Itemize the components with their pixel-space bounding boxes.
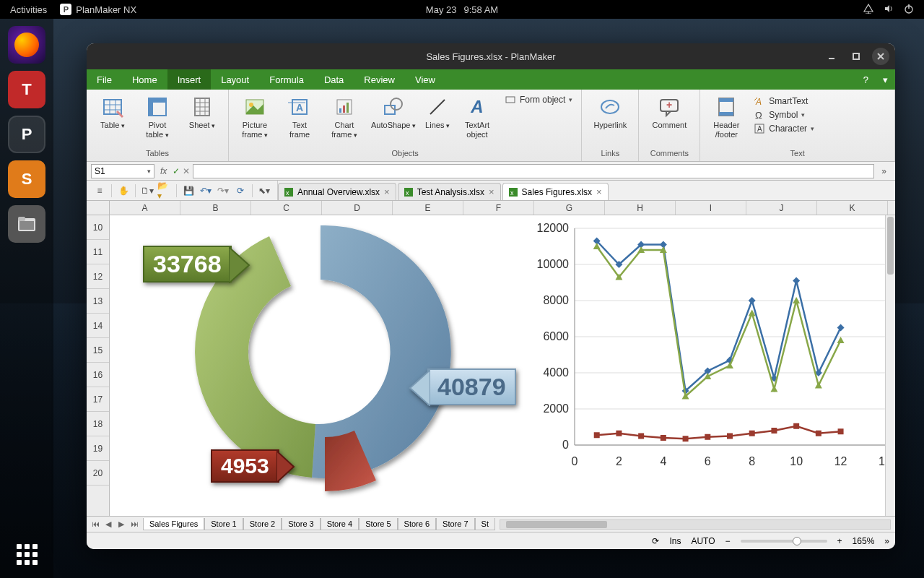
col-header-J[interactable]: J xyxy=(746,201,817,215)
col-header-H[interactable]: H xyxy=(605,201,676,215)
dock-show-apps[interactable] xyxy=(0,544,53,565)
close-button[interactable] xyxy=(872,48,889,65)
menu-file[interactable]: File xyxy=(87,69,122,90)
menu-insert[interactable]: Insert xyxy=(167,69,212,90)
text-frame-button[interactable]: A Text frame xyxy=(278,92,321,148)
row-header[interactable]: 20 xyxy=(87,461,109,486)
dock-firefox[interactable] xyxy=(8,26,45,64)
col-header-I[interactable]: I xyxy=(676,201,746,215)
donut-chart[interactable]: 33768 40879 4953 xyxy=(147,211,465,500)
close-tab-icon[interactable]: × xyxy=(384,186,390,197)
dock-presentations[interactable]: S xyxy=(8,160,45,198)
row-header[interactable]: 14 xyxy=(87,314,109,338)
sheet-nav-last[interactable]: ⏭ xyxy=(128,519,140,529)
menu-layout[interactable]: Layout xyxy=(211,69,259,90)
fx-icon[interactable]: fx xyxy=(157,166,170,176)
calc-mode[interactable]: AUTO xyxy=(691,536,715,546)
sheet-nav-prev[interactable]: ◀ xyxy=(103,519,114,529)
col-header-F[interactable]: F xyxy=(463,201,534,215)
row-header[interactable]: 18 xyxy=(87,412,109,436)
sheet-tab-store6[interactable]: Store 6 xyxy=(398,518,436,530)
col-header-K[interactable]: K xyxy=(817,201,888,215)
accept-icon[interactable]: ✓ xyxy=(173,166,180,176)
insert-pivot-button[interactable]: Pivot table xyxy=(136,92,179,148)
row-header[interactable]: 13 xyxy=(87,289,109,314)
network-icon[interactable] xyxy=(863,4,873,16)
doc-tab-sales-figures[interactable]: x Sales Figures.xlsx × xyxy=(502,183,609,200)
menu-view[interactable]: View xyxy=(405,69,445,90)
dock-files[interactable] xyxy=(8,205,45,243)
chart-frame-button[interactable]: Chart frame xyxy=(323,92,366,148)
sheet-tab-store7[interactable]: Store 7 xyxy=(436,518,474,530)
textart-button[interactable]: A TextArt object xyxy=(456,92,499,148)
form-object-button[interactable]: Form object xyxy=(505,94,572,105)
sheet-tab-sales-figures[interactable]: Sales Figures xyxy=(143,518,204,530)
hyperlink-button[interactable]: Hyperlink xyxy=(586,92,634,148)
redo-icon[interactable]: ↷▾ xyxy=(216,184,230,198)
clock[interactable]: May 23 9:58 AM xyxy=(426,4,498,15)
activities-button[interactable]: Activities xyxy=(10,4,47,15)
open-file-icon[interactable]: 📂▾ xyxy=(157,184,172,198)
sheet-nav-first[interactable]: ⏮ xyxy=(90,519,101,529)
row-header[interactable]: 12 xyxy=(87,264,109,289)
cursor-icon[interactable]: ⬉▾ xyxy=(257,184,271,198)
sheet-tab-store1[interactable]: Store 1 xyxy=(204,518,243,530)
cancel-icon[interactable]: ✕ xyxy=(183,166,190,176)
smarttext-button[interactable]: A SmartText xyxy=(754,95,814,107)
menu-collapse-icon[interactable]: ▾ xyxy=(876,69,895,90)
row-header[interactable]: 17 xyxy=(87,387,109,412)
minimize-button[interactable] xyxy=(823,48,840,65)
menu-review[interactable]: Review xyxy=(354,69,405,90)
status-expand-icon[interactable]: » xyxy=(884,536,889,546)
dock-textmaker[interactable]: T xyxy=(8,71,45,108)
insert-sheet-button[interactable]: Sheet xyxy=(180,92,224,148)
sheet-tab-store4[interactable]: Store 4 xyxy=(321,518,359,530)
row-header[interactable]: 11 xyxy=(87,240,109,264)
formula-input[interactable] xyxy=(193,164,874,178)
comment-button[interactable]: + Comment xyxy=(643,92,695,148)
horizontal-scrollbar[interactable] xyxy=(500,519,891,530)
header-footer-button[interactable]: Header /footer xyxy=(705,92,748,148)
doc-tab-annual-overview[interactable]: x Annual Overview.xlsx × xyxy=(278,183,396,200)
symbol-button[interactable]: Ω Symbol xyxy=(754,109,814,121)
zoom-value[interactable]: 165% xyxy=(853,536,875,546)
line-chart[interactable]: 02000400060008000100001200002468101214 xyxy=(524,221,895,474)
insert-mode[interactable]: Ins xyxy=(669,536,681,546)
refresh-icon[interactable]: ⟳ xyxy=(233,184,248,198)
picture-frame-button[interactable]: Picture frame xyxy=(233,92,276,148)
sheet-tab-store2[interactable]: Store 2 xyxy=(243,518,282,530)
lines-button[interactable]: Lines xyxy=(421,92,454,148)
new-file-icon[interactable]: 🗋▾ xyxy=(140,184,154,198)
zoom-in-icon[interactable]: + xyxy=(837,536,842,546)
row-header[interactable]: 10 xyxy=(87,215,109,240)
col-header-G[interactable]: G xyxy=(534,201,605,215)
formula-expand-icon[interactable]: » xyxy=(877,166,891,176)
cells-area[interactable]: 33768 40879 4953 xyxy=(110,215,895,516)
sheet-tab-store5[interactable]: Store 5 xyxy=(359,518,397,530)
menu-formula[interactable]: Formula xyxy=(259,69,314,90)
align-icon[interactable]: ≡ xyxy=(92,184,107,198)
doc-tab-test-analysis[interactable]: x Test Analysis.xlsx × xyxy=(398,183,501,200)
maximize-button[interactable] xyxy=(847,48,865,65)
hand-tool-icon[interactable]: ✋ xyxy=(116,184,131,198)
save-icon[interactable]: 💾 xyxy=(181,184,196,198)
sheet-tab-store3[interactable]: Store 3 xyxy=(282,518,320,530)
window-titlebar[interactable]: Sales Figures.xlsx - PlanMaker xyxy=(87,43,895,69)
autoshape-button[interactable]: AutoShape xyxy=(367,92,419,148)
volume-icon[interactable] xyxy=(884,4,894,16)
vertical-scrollbar[interactable] xyxy=(885,215,895,516)
menu-home[interactable]: Home xyxy=(122,69,167,90)
menu-data[interactable]: Data xyxy=(314,69,354,90)
close-tab-icon[interactable]: × xyxy=(596,186,602,197)
row-header[interactable]: 15 xyxy=(87,338,109,363)
zoom-out-icon[interactable]: − xyxy=(725,536,731,546)
app-indicator[interactable]: P PlanMaker NX xyxy=(60,4,136,15)
insert-table-button[interactable]: Table xyxy=(91,92,134,148)
sheet-nav-next[interactable]: ▶ xyxy=(116,519,127,529)
sync-icon[interactable]: ⟳ xyxy=(652,536,659,546)
dock-planmaker[interactable]: P xyxy=(8,116,45,153)
sheet-tab-overflow[interactable]: St xyxy=(475,518,495,530)
menu-help[interactable]: ? xyxy=(856,69,876,90)
cell-reference-box[interactable]: S1 xyxy=(91,164,154,178)
zoom-slider[interactable] xyxy=(741,540,827,543)
